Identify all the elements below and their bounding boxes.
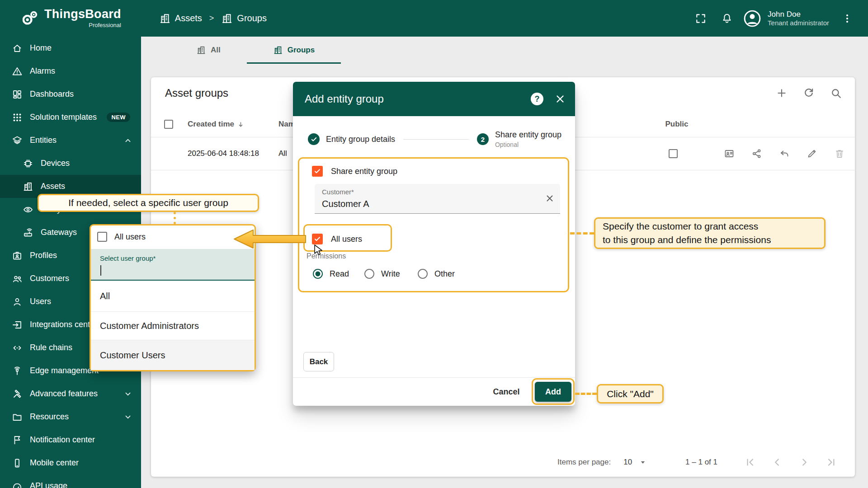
app-title: ThingsBoard <box>44 8 121 20</box>
app-logo-text: ThingsBoard Professional <box>44 8 121 28</box>
make-private-icon[interactable] <box>779 148 790 159</box>
column-created-time[interactable]: Created time <box>188 120 245 129</box>
chevron-down-icon <box>123 412 133 422</box>
integrations-icon <box>12 319 23 330</box>
alarm-icon <box>12 66 23 77</box>
help-button[interactable]: ? <box>531 93 543 105</box>
sidebar-item-label: Integrations center <box>30 320 97 329</box>
close-icon[interactable] <box>554 93 566 105</box>
annotation-text: Click "Add" <box>607 389 654 399</box>
search-button[interactable] <box>828 85 844 101</box>
sidebar-item-mobile-center[interactable]: Mobile center <box>0 451 141 474</box>
permissions-label: Permissions <box>307 252 346 260</box>
sidebar-item-entities[interactable]: Entities <box>0 129 141 152</box>
sidebar-item-api-usage[interactable]: API usage <box>0 474 141 488</box>
permission-other-option: Other <box>418 269 455 279</box>
sidebar-item-notification-center[interactable]: Notification center <box>0 428 141 451</box>
sidebar-item-devices[interactable]: Devices <box>0 152 141 175</box>
dropdown-all-users-checkbox[interactable] <box>97 232 107 242</box>
user-name: John Doe <box>768 9 829 19</box>
first-page-button[interactable] <box>741 453 759 471</box>
new-badge: NEW <box>107 113 130 122</box>
other-label: Other <box>434 269 455 279</box>
sidebar-item-label: Entities <box>30 136 57 145</box>
sidebar-item-advanced-features[interactable]: Advanced features <box>0 382 141 405</box>
delete-icon[interactable] <box>834 148 845 159</box>
annotation-connector-add <box>575 393 597 395</box>
check-icon <box>314 235 321 243</box>
contact-card-icon[interactable] <box>724 148 735 159</box>
select-all-checkbox[interactable] <box>164 120 173 129</box>
rule-chains-icon <box>12 343 23 353</box>
step2-labels: Share entity group Optional <box>495 130 561 148</box>
tab-groups[interactable]: Groups <box>247 37 341 64</box>
sidebar-item-alarms[interactable]: Alarms <box>0 60 141 83</box>
add-entity-group-button[interactable] <box>774 85 790 101</box>
tab-groups-label: Groups <box>288 46 315 55</box>
sidebar-item-solution-templates[interactable]: Solution templatesNEW <box>0 106 141 129</box>
items-per-page-select[interactable]: 10 <box>623 458 647 467</box>
check-icon <box>314 168 321 175</box>
all-users-checkbox[interactable] <box>312 234 323 244</box>
next-page-button[interactable] <box>795 453 813 471</box>
sidebar-item-dashboards[interactable]: Dashboards <box>0 83 141 106</box>
edit-icon[interactable] <box>807 148 817 159</box>
customer-field-label: Customer* <box>322 188 539 196</box>
fullscreen-button[interactable] <box>690 8 712 29</box>
folder-icon <box>12 412 23 422</box>
breadcrumb-assets-label: Assets <box>175 13 202 23</box>
sidebar-item-label: Gateways <box>41 228 77 237</box>
select-user-group-input[interactable]: Select user group* <box>91 249 255 281</box>
dialog-stepper: Entity group details 2 Share entity grou… <box>293 116 575 162</box>
dropdown-all-users-row: All users <box>97 232 146 242</box>
last-page-button[interactable] <box>822 453 840 471</box>
step1-label: Entity group details <box>326 135 395 144</box>
more-menu-button[interactable] <box>836 8 858 29</box>
sidebar-item-resources[interactable]: Resources <box>0 405 141 428</box>
column-public[interactable]: Public <box>650 120 704 129</box>
write-radio[interactable] <box>364 269 374 279</box>
cancel-button[interactable]: Cancel <box>486 382 527 402</box>
customer-field[interactable]: Customer* Customer A <box>315 184 560 214</box>
tab-all-label: All <box>211 46 221 55</box>
header-actions: John Doe Tenant administrator <box>690 8 868 29</box>
app-edition: Professional <box>89 22 121 28</box>
groups-icon <box>221 13 233 24</box>
user-group-option-customer-users[interactable]: Customer Users <box>91 340 255 370</box>
user-group-option-all[interactable]: All <box>91 281 255 311</box>
user-avatar[interactable] <box>742 9 762 28</box>
sidebar-item-label: Rule chains <box>30 343 72 352</box>
back-button[interactable]: Back <box>303 352 334 371</box>
other-radio[interactable] <box>418 269 428 279</box>
profiles-icon <box>12 250 23 261</box>
breadcrumb-assets[interactable]: Assets <box>159 13 202 24</box>
public-checkbox[interactable] <box>669 149 678 158</box>
previous-page-button[interactable] <box>768 453 786 471</box>
sidebar-item-label: Assets <box>41 182 65 191</box>
dropdown-all-users-label: All users <box>114 232 146 242</box>
share-entity-group-checkbox[interactable] <box>312 166 323 177</box>
read-radio[interactable] <box>313 269 323 279</box>
sidebar-item-home[interactable]: Home <box>0 37 141 60</box>
breadcrumb-groups[interactable]: Groups <box>221 13 267 24</box>
mouse-cursor <box>313 244 325 257</box>
share-icon[interactable] <box>751 148 762 159</box>
sidebar-item-label: Mobile center <box>30 458 79 468</box>
refresh-button[interactable] <box>801 85 817 101</box>
devices-icon <box>23 158 33 169</box>
tab-all[interactable]: All <box>170 37 247 64</box>
add-button[interactable]: Add <box>535 382 571 402</box>
permission-write-option: Write <box>364 269 400 279</box>
edge-icon <box>12 366 23 376</box>
sidebar-item-label: Profiles <box>30 251 57 260</box>
caret-down-icon <box>638 458 647 467</box>
notifications-button[interactable] <box>716 8 738 29</box>
clear-customer-icon[interactable] <box>545 193 555 203</box>
share-entity-group-row: Share entity group <box>312 166 397 177</box>
app-logo[interactable]: ThingsBoard Professional <box>0 8 121 28</box>
customers-icon <box>12 273 23 284</box>
assets-icon <box>23 181 33 192</box>
dialog-title: Add entity group <box>305 93 384 105</box>
sidebar-item-label: Resources <box>30 412 69 422</box>
user-group-option-customer-administrators[interactable]: Customer Administrators <box>91 311 255 340</box>
